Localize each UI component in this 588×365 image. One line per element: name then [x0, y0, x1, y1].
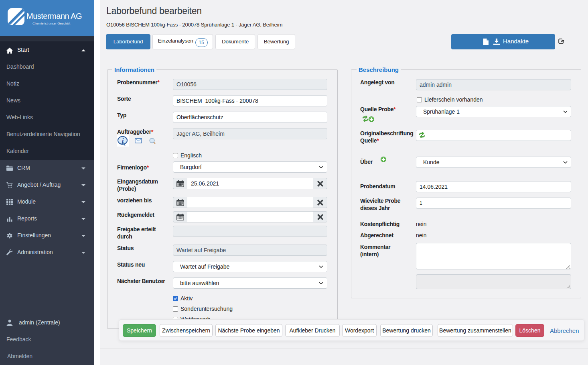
- svg-text:i: i: [122, 137, 124, 145]
